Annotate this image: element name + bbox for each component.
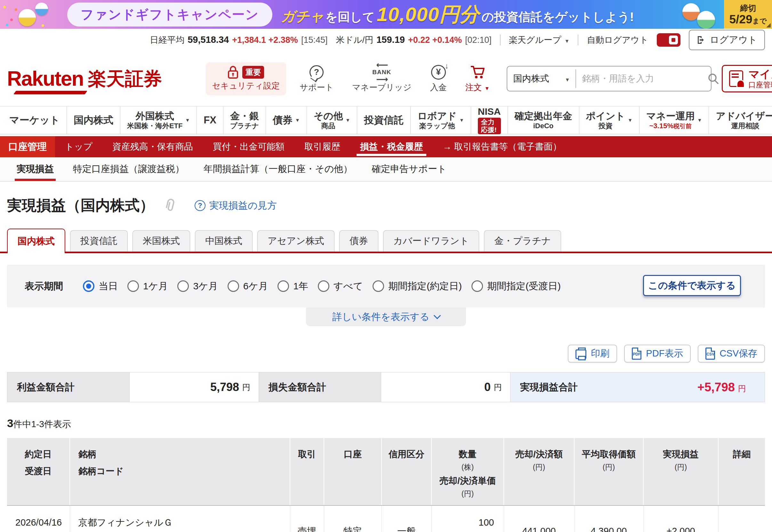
important-badge: 重要 [242,66,264,79]
nav-other-products[interactable]: その他商品 [307,106,357,134]
radio-period-1month[interactable]: 1ケ月 [127,280,168,293]
radio-period-1year[interactable]: 1年 [278,280,308,293]
usdjpy-change: +0.22 +0.14% [408,35,462,45]
accountnav-home[interactable]: 口座管理 [0,136,55,157]
auto-logout-toggle[interactable] [657,33,681,47]
my-menu-sublabel: 口座管理・入出金など [748,81,772,89]
support-button[interactable]: サポート [295,65,339,93]
detailed-conditions-link: 詳しい条件を表示する [332,310,429,324]
nav-nisa[interactable]: NISA全力応援! [471,106,508,134]
my-menu-label: マイメニュー [748,68,772,81]
order-button[interactable]: 注文 [460,65,495,93]
pl-summary-bar: 利益金額合計 5,798円 損失金額合計 0円 実現損益合計 +5,798円 [7,372,765,402]
pdf-file-icon [632,348,642,360]
radio-period-6months[interactable]: 6ケ月 [228,280,268,293]
cell-symbol[interactable]: 京都フィナンシャルＧ5844 [70,505,290,532]
apply-filter-button[interactable]: この条件で表示する [643,275,741,296]
chevron-down-icon [564,35,570,45]
money-bridge-label: マネーブリッジ [352,82,412,93]
subtab-realized-pl[interactable]: 実現損益 [7,157,63,181]
nav-point-investment[interactable]: ポイント投資 [579,106,640,134]
col-dates: 約定日受渡日 [7,438,70,505]
accountnav-assets[interactable]: 資産残高・保有商品 [102,136,203,157]
radio-period-custom-settle-date[interactable]: 期間指定(受渡日) [471,280,561,293]
cell-sale-amount: 441,000 [504,505,574,532]
cell-avg-cost: 4,390.00 [574,505,643,532]
nav-money-management[interactable]: マネー運用~3.15%税引前 [639,106,709,134]
cattab-gold-platinum[interactable]: 金・プラチナ [484,230,561,252]
nav-advisor[interactable]: アドバイザー運用相談 [709,106,772,134]
confetti-decoration [3,6,6,8]
accountnav-reports-link[interactable]: → 取引報告書等（電子書面） [433,136,571,157]
page-title: 実現損益（国内株式） [7,196,154,215]
realized-pl-table: 約定日受渡日 銘柄銘柄コード 取引 口座 信用区分 数量(株)売却/決済単価(円… [7,438,765,532]
accountnav-available-funds[interactable]: 買付・出金可能額 [203,136,295,157]
col-realized-pl: 実現損益(円) [643,438,718,505]
accountnav-trade-history[interactable]: 取引履歴 [295,136,350,157]
nav-domestic-stock[interactable]: 国内株式 [67,106,120,134]
deposit-button[interactable]: 入金 [425,65,452,93]
logout-button[interactable]: ログアウト [689,30,765,50]
radio-period-today[interactable]: 当日 [83,280,118,293]
subtab-tax-filing-support[interactable]: 確定申告サポート [362,157,456,181]
rakuten-group-dropdown[interactable]: 楽天グループ [509,34,570,46]
cattab-mutual-funds[interactable]: 投資信託 [70,230,128,252]
chevron-down-icon [484,82,490,92]
subtab-annual-pl-calc[interactable]: 年間損益計算（一般口座・その他） [194,157,362,181]
account-document-icon [729,70,743,87]
cattab-asean-stock[interactable]: アセアン株式 [257,230,335,252]
radio-period-custom-trade-date[interactable]: 期間指定(約定日) [373,280,462,293]
radio-period-3months[interactable]: 3ケ月 [177,280,218,293]
chevron-down-icon [295,117,300,123]
nav-mutual-funds[interactable]: 投資信託 [357,106,410,134]
nikkei-label: 日経平均 [150,34,184,46]
campaign-banner[interactable]: ファンドギフトキャンペーン ガチャ を回して 10,000円分 の投資信託をゲッ… [0,0,772,29]
auto-logout-label: 自動ログアウト [587,34,648,46]
detailed-conditions-toggle[interactable]: 詳しい条件を表示する [306,308,466,326]
pl-help-link[interactable]: 実現損益の見方 [195,199,277,212]
pdf-view-button[interactable]: PDF表示 [624,345,691,363]
security-settings-label: セキュリティ設定 [212,80,280,91]
print-button[interactable]: 印刷 [568,345,617,363]
nikkei-quote: 日経平均 59,518.34 +1,384.1 +2.38% [15:45] [150,34,327,46]
col-sale-amount: 売却/決済額(円) [504,438,574,505]
profit-total-value: 5,798円 [130,372,259,402]
my-menu-button[interactable]: マイメニュー 口座管理・入出金など [722,65,772,92]
lock-icon [228,66,239,79]
chevron-down-icon [459,117,464,123]
col-trade: 取引 [290,438,324,505]
col-margin-type: 信用区分 [382,438,431,505]
cattab-domestic-stock[interactable]: 国内株式 [7,229,65,253]
csv-save-button[interactable]: CSV保存 [698,345,765,363]
nav-market[interactable]: マーケット [3,106,67,134]
nav-ideco[interactable]: 確定拠出年金iDeCo [508,106,579,134]
radio-icon [373,280,384,292]
profit-total-label: 利益金額合計 [7,372,130,402]
cattab-china-stock[interactable]: 中国株式 [195,230,253,252]
nav-robo-advisor[interactable]: ロボアド楽ラップ他 [410,106,471,134]
accountnav-pl-tax-history[interactable]: 損益・税金履歴 [350,136,433,157]
radio-period-all[interactable]: すべて [318,280,363,293]
campaign-text-1: を回して [325,9,375,25]
accountnav-top[interactable]: トップ [55,136,102,157]
campaign-text-2: の投資信託をゲットしよう! [482,9,634,25]
security-settings-button[interactable]: 重要 セキュリティ設定 [206,62,287,95]
nav-bonds[interactable]: 債券 [266,106,307,134]
divider [578,35,578,45]
capsule-decoration-left [0,0,48,29]
subtab-specific-account-pl[interactable]: 特定口座損益（譲渡益税） [63,157,194,181]
rakuten-securities-logo[interactable]: Rakuten 楽天証券 [7,67,162,90]
cattab-bonds[interactable]: 債券 [339,230,378,252]
cattab-us-stock[interactable]: 米国株式 [132,230,190,252]
cattab-covered-warrant[interactable]: カバードワラント [383,230,479,252]
site-header: Rakuten 楽天証券 重要 セキュリティ設定 サポート ⟵BANK⟶ マネー… [0,51,772,106]
search-button[interactable] [703,73,724,84]
chevron-down-icon [697,117,702,123]
search-input[interactable] [576,74,703,84]
search-category-dropdown[interactable]: 国内株式 [507,69,576,88]
page-head: 実現損益（国内株式） 実現損益の見方 [0,182,772,215]
nav-foreign-stock[interactable]: 外国株式米国株・海外ETF [120,106,197,134]
nav-fx[interactable]: FX [197,106,223,134]
money-bridge-button[interactable]: ⟵BANK⟶ マネーブリッジ [347,65,417,93]
nav-gold-platinum[interactable]: 金・銀プラチナ [223,106,266,134]
